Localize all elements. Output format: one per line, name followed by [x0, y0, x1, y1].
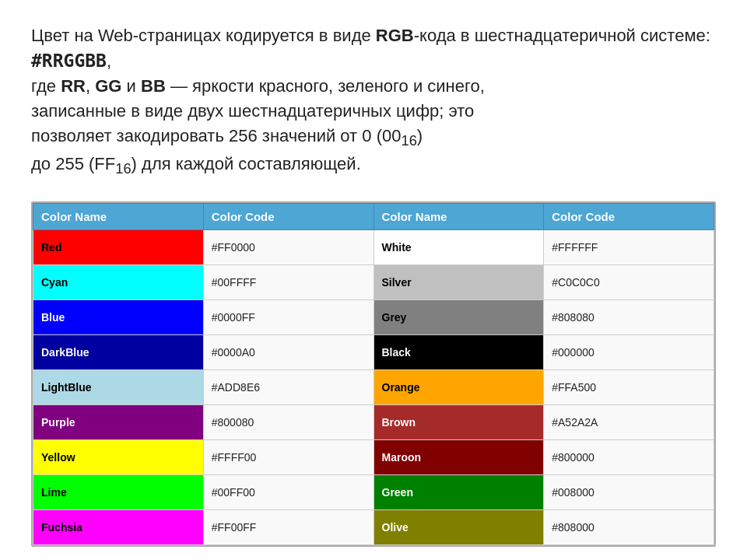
left-color-name: Blue	[33, 300, 203, 334]
table-row: Yellow#FFFF00Maroon#800000	[33, 439, 714, 474]
right-color-name: Brown	[374, 405, 544, 439]
left-color-cell: LightBlue	[33, 369, 204, 404]
right-color-cell: Silver	[374, 264, 544, 299]
rr-label: RR	[61, 76, 86, 96]
left-code-cell: #FF00FF	[203, 509, 374, 544]
table-row: Red#FF0000White#FFFFFF	[33, 229, 714, 264]
table-header-row: Color Name Color Code Color Name Color C…	[33, 203, 714, 229]
left-code-cell: #FFFF00	[203, 439, 374, 474]
left-color-cell: Red	[33, 229, 204, 264]
table-row: Fuchsia#FF00FFOlive#808000	[33, 509, 714, 544]
table-row: LightBlue#ADD8E6Orange#FFA500	[33, 369, 714, 404]
left-color-cell: Lime	[33, 474, 204, 509]
right-color-cell: White	[374, 229, 544, 264]
right-code-cell: #800000	[544, 439, 714, 474]
left-color-name: Red	[33, 230, 203, 264]
right-color-cell: Orange	[374, 369, 544, 404]
left-color-code: #FF00FF	[204, 510, 374, 544]
right-color-name: Black	[374, 335, 544, 369]
table-row: Purple#800080Brown#A52A2A	[33, 404, 714, 439]
right-code-cell: #A52A2A	[544, 404, 714, 439]
table-row: DarkBlue#0000A0Black#000000	[33, 334, 714, 369]
right-color-code: #800000	[544, 440, 714, 474]
right-code-cell: #808080	[544, 299, 714, 334]
left-color-code: #800080	[204, 405, 374, 439]
right-color-name: Olive	[374, 510, 544, 544]
right-color-name: Silver	[374, 265, 544, 299]
left-color-name: Lime	[33, 475, 203, 509]
left-code-cell: #0000FF	[203, 299, 374, 334]
right-color-code: #FFA500	[544, 370, 714, 404]
col-header-color-name-2: Color Name	[374, 203, 544, 229]
right-color-code: #FFFFFF	[544, 230, 714, 264]
right-color-code: #C0C0C0	[544, 265, 714, 299]
right-code-cell: #FFFFFF	[544, 229, 714, 264]
hex-format: #RRGGBB	[31, 51, 107, 71]
left-color-name: Fuchsia	[33, 510, 203, 544]
left-code-cell: #800080	[203, 404, 374, 439]
left-color-cell: Cyan	[33, 264, 204, 299]
right-color-cell: Olive	[374, 509, 544, 544]
left-code-cell: #00FF00	[203, 474, 374, 509]
col-header-color-code-1: Color Code	[203, 203, 374, 229]
left-color-cell: Purple	[33, 404, 204, 439]
col-header-color-name-1: Color Name	[33, 203, 204, 229]
intro-text-main: Цвет на Web-страницах кодируется в виде …	[31, 26, 710, 173]
bb-label: BB	[141, 76, 166, 96]
right-color-cell: Grey	[374, 299, 544, 334]
right-color-code: #A52A2A	[544, 405, 714, 439]
left-code-cell: #00FFFF	[203, 264, 374, 299]
gg-label: GG	[95, 76, 121, 96]
left-code-cell: #0000A0	[203, 334, 374, 369]
left-color-code: #00FF00	[204, 475, 374, 509]
left-color-code: #0000A0	[204, 335, 374, 369]
left-color-cell: Yellow	[33, 439, 204, 474]
right-color-code: #808080	[544, 300, 714, 334]
table-row: Lime#00FF00Green#008000	[33, 474, 714, 509]
right-color-code: #808000	[544, 510, 714, 544]
left-color-name: DarkBlue	[33, 335, 203, 369]
right-color-cell: Black	[374, 334, 544, 369]
left-color-code: #FF0000	[204, 230, 374, 264]
right-color-name: Grey	[374, 300, 544, 334]
left-color-cell: DarkBlue	[33, 334, 204, 369]
right-color-cell: Green	[374, 474, 544, 509]
rgb-label: RGB	[376, 26, 414, 45]
left-color-code: #00FFFF	[204, 265, 374, 299]
left-color-cell: Blue	[33, 299, 204, 334]
right-color-name: Maroon	[374, 440, 544, 474]
right-color-name: Orange	[374, 370, 544, 404]
table-row: Blue#0000FFGrey#808080	[33, 299, 714, 334]
left-code-cell: #FF0000	[203, 229, 374, 264]
left-color-cell: Fuchsia	[33, 509, 204, 544]
right-color-code: #000000	[544, 335, 714, 369]
table-row: Cyan#00FFFFSilver#C0C0C0	[33, 264, 714, 299]
left-color-name: Purple	[33, 405, 203, 439]
right-code-cell: #FFA500	[544, 369, 714, 404]
left-color-name: Cyan	[33, 265, 203, 299]
left-color-code: #ADD8E6	[204, 370, 374, 404]
right-code-cell: #000000	[544, 334, 714, 369]
left-color-name: Yellow	[33, 440, 203, 474]
right-color-cell: Maroon	[374, 439, 544, 474]
right-color-cell: Brown	[374, 404, 544, 439]
left-color-code: #0000FF	[204, 300, 374, 334]
col-header-color-code-2: Color Code	[544, 203, 714, 229]
right-code-cell: #008000	[544, 474, 714, 509]
right-color-name: Green	[374, 475, 544, 509]
color-table: Color Name Color Code Color Name Color C…	[33, 203, 714, 545]
right-code-cell: #808000	[544, 509, 714, 544]
color-table-wrapper: Color Name Color Code Color Name Color C…	[31, 201, 716, 547]
right-color-code: #008000	[544, 475, 714, 509]
right-code-cell: #C0C0C0	[544, 264, 714, 299]
right-color-name: White	[374, 230, 544, 264]
left-color-code: #FFFF00	[204, 440, 374, 474]
left-code-cell: #ADD8E6	[203, 369, 374, 404]
intro-paragraph: Цвет на Web-страницах кодируется в виде …	[31, 23, 716, 180]
left-color-name: LightBlue	[33, 370, 203, 404]
